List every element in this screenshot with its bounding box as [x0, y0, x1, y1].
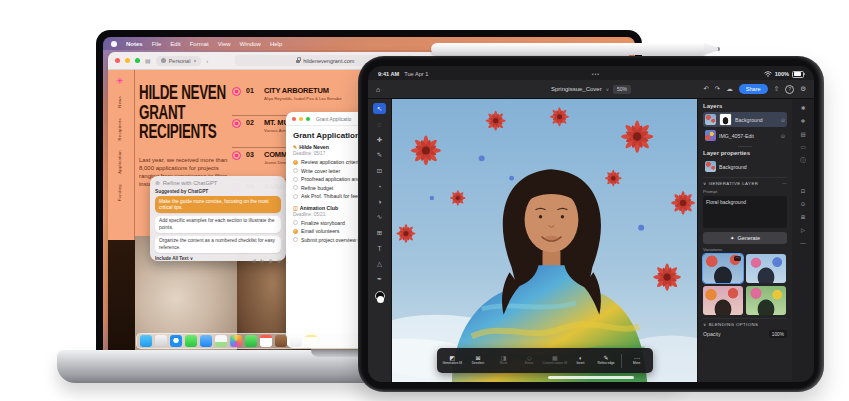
close-button[interactable]: [292, 117, 296, 121]
menu-file[interactable]: File: [152, 41, 162, 47]
settings-icon[interactable]: ⚙: [268, 258, 272, 264]
nav-recipients[interactable]: Recipients: [117, 118, 122, 141]
dock-messages-icon[interactable]: [185, 335, 197, 347]
nav-funding[interactable]: Funding: [117, 184, 122, 201]
transform-icon[interactable]: ⊞: [801, 214, 806, 220]
menu-help[interactable]: Help: [270, 41, 282, 47]
minimize-button[interactable]: [299, 117, 303, 121]
brush-tool[interactable]: ✎: [373, 150, 386, 161]
menu-window[interactable]: Window: [240, 41, 261, 47]
back-icon[interactable]: ‹: [206, 58, 208, 64]
comments-icon[interactable]: ▭: [800, 144, 805, 150]
checkbox[interactable]: [293, 220, 298, 225]
mask-button[interactable]: ◨Mask: [491, 355, 517, 366]
nav-news[interactable]: News: [117, 96, 122, 108]
healing-tool[interactable]: ◔: [373, 181, 386, 192]
dock-notes-icon[interactable]: [305, 335, 317, 347]
generative-fill-button[interactable]: ◩Generative fill: [440, 355, 466, 366]
opacity-value[interactable]: 100%: [769, 330, 787, 338]
dock-launchpad-icon[interactable]: [155, 335, 167, 347]
erase-button[interactable]: ◇Erase: [516, 355, 542, 366]
generative-layer-section[interactable]: ∨ GENERATIVE LAYER ⋯: [703, 181, 787, 186]
undo-icon[interactable]: ↺: [252, 258, 256, 264]
dock-photos-icon[interactable]: [230, 335, 242, 347]
dodge-tool[interactable]: ◑: [373, 196, 386, 207]
eye-icon[interactable]: ⊙: [781, 133, 785, 139]
redo-icon[interactable]: ↷: [715, 85, 720, 93]
settings-icon[interactable]: ⚙: [800, 85, 806, 93]
move-tool[interactable]: ↖: [373, 103, 386, 114]
lasso-tool[interactable]: ◌: [373, 119, 386, 130]
apple-menu-icon[interactable]: [111, 41, 117, 47]
help-icon[interactable]: ?: [785, 85, 794, 94]
suggestion-option[interactable]: Add specific examples for each section t…: [155, 216, 281, 233]
smudge-tool[interactable]: ∿: [373, 212, 386, 223]
zoom-button[interactable]: [306, 117, 310, 121]
redo-icon[interactable]: ↻: [260, 258, 264, 264]
color-swatches[interactable]: [375, 291, 384, 304]
layer-row-img[interactable]: IMG_4057-Edit ⊙: [703, 128, 787, 143]
shape-tool[interactable]: △: [373, 258, 386, 269]
adjustments-icon[interactable]: ❖: [801, 118, 806, 124]
checkbox[interactable]: [293, 185, 298, 190]
share-button[interactable]: Share: [739, 84, 768, 94]
sidebar-icon[interactable]: ▤: [145, 58, 151, 64]
dock-facetime-icon[interactable]: [245, 335, 257, 347]
checkbox-checked[interactable]: ✓: [293, 229, 298, 234]
checkbox[interactable]: [293, 194, 298, 199]
home-indicator[interactable]: [548, 376, 634, 379]
cloud-icon[interactable]: ☁: [726, 85, 733, 93]
suggestion-option[interactable]: Make the guide more concise, focusing on…: [155, 196, 281, 213]
zoom-level[interactable]: 50%: [613, 85, 631, 94]
suggestion-option[interactable]: Organize the content as a numbered check…: [155, 236, 281, 253]
clone-stamp-tool[interactable]: ⊡: [373, 165, 386, 176]
effects-icon[interactable]: ✱: [801, 105, 806, 111]
ps-canvas[interactable]: ◩Generative fill ⊠Deselect ◨Mask ◇Erase: [392, 99, 697, 382]
eye-icon[interactable]: ⊙: [781, 117, 785, 123]
select-brush-tool[interactable]: ✚: [373, 134, 386, 145]
generate-button[interactable]: ✦ Generate: [703, 232, 787, 244]
dock-photobooth-icon[interactable]: [275, 335, 287, 347]
dock-finder-icon[interactable]: [140, 335, 152, 347]
dock-calendar-icon[interactable]: [260, 335, 272, 347]
menu-view[interactable]: View: [218, 41, 231, 47]
prompt-field[interactable]: Floral background: [703, 196, 787, 228]
deselect-button[interactable]: ⊠Deselect: [465, 355, 491, 366]
checkbox-checked[interactable]: ✓: [293, 160, 298, 165]
checkbox[interactable]: [293, 177, 298, 182]
info-icon[interactable]: ⓘ: [800, 157, 806, 164]
dock-safari-icon[interactable]: [170, 335, 182, 347]
dock-reminders-icon[interactable]: [290, 335, 302, 347]
profile-pill[interactable]: Personal ∨: [156, 56, 202, 66]
menu-app-name[interactable]: Notes: [126, 41, 143, 47]
type-tool[interactable]: T: [373, 243, 386, 254]
export-icon[interactable]: ⇧: [774, 85, 779, 93]
dock-mail-icon[interactable]: [200, 335, 212, 347]
nav-application[interactable]: Application: [117, 150, 122, 174]
minimize-button[interactable]: [125, 58, 130, 63]
checkbox[interactable]: [293, 168, 298, 173]
minimize-rail-icon[interactable]: —: [800, 240, 806, 246]
variation-thumb-2[interactable]: [746, 254, 786, 283]
close-button[interactable]: [115, 58, 120, 63]
blending-options-section[interactable]: ∨ BLENDING OPTIONS: [703, 322, 787, 327]
properties-icon[interactable]: ▤: [800, 131, 805, 137]
invert-button[interactable]: ◐Invert: [568, 355, 594, 366]
document-name[interactable]: Springissue_Cover: [551, 86, 602, 92]
preview-icon[interactable]: ⊙: [801, 201, 806, 207]
menu-format[interactable]: Format: [190, 41, 209, 47]
home-icon[interactable]: ⌂: [376, 86, 380, 93]
dock-maps-icon[interactable]: [215, 335, 227, 347]
crop-tool[interactable]: ⊞: [373, 227, 386, 238]
variation-thumb-3[interactable]: [703, 286, 743, 315]
variation-thumb-4[interactable]: [746, 286, 786, 315]
variation-thumb-1[interactable]: ⋯: [703, 254, 743, 283]
more-button[interactable]: ⋯More: [624, 355, 650, 366]
checkbox[interactable]: [293, 237, 298, 242]
zoom-button[interactable]: [135, 58, 140, 63]
chevron-down-icon[interactable]: ∨: [606, 87, 609, 92]
content-aware-fill-button[interactable]: ▦Content-aware fill: [542, 355, 568, 366]
select-subject-icon[interactable]: ⊡: [801, 188, 806, 194]
more-icon[interactable]: ⋯: [782, 181, 787, 186]
layer-row-background[interactable]: Background ⊙: [703, 112, 787, 127]
